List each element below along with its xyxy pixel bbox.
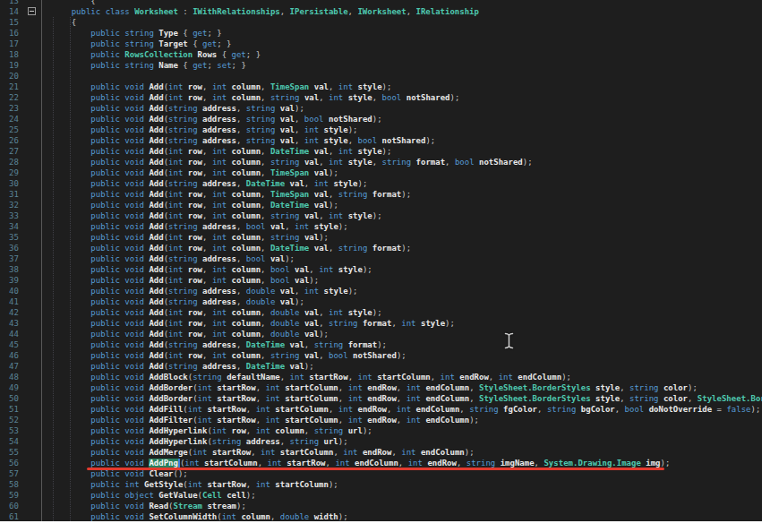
line-number: 48	[9, 372, 19, 382]
line-number: 33	[9, 210, 19, 221]
line-number: 50	[9, 393, 19, 404]
code-line[interactable]: 33 public void Add(int row, int column, …	[0, 210, 762, 221]
annotation-red-underline	[87, 468, 664, 470]
code-line[interactable]: 38 public void Add(int row, int column, …	[0, 264, 762, 275]
code-text: public void Add(int row, int column, Dat…	[52, 200, 338, 210]
code-line[interactable]: 14 public class Worksheet : IWithRelatio…	[0, 6, 762, 17]
code-line[interactable]: 15 {	[0, 17, 762, 28]
code-text: public void Add(string address, bool val…	[52, 253, 295, 264]
code-text: public void Add(int row, int column, dou…	[52, 318, 455, 329]
code-line[interactable]: 45 public void Add(string address, DateT…	[0, 339, 762, 350]
code-line[interactable]: 24 public void Add(string address, strin…	[0, 114, 762, 124]
line-number: 43	[9, 318, 19, 329]
line-number: 30	[9, 178, 19, 189]
code-text: public void Add(int row, int column, dou…	[52, 329, 329, 339]
code-line[interactable]: 40 public void Add(string address, doubl…	[0, 286, 762, 296]
code-line[interactable]: 31 public void Add(int row, int column, …	[0, 189, 762, 200]
code-text: {	[52, 0, 96, 6]
code-line[interactable]: 60 public void Read(Stream stream);	[0, 501, 762, 511]
line-number: 21	[9, 82, 19, 92]
code-line[interactable]: 35 public void Add(int row, int column, …	[0, 232, 762, 243]
code-line[interactable]: 36 public void Add(int row, int column, …	[0, 243, 762, 253]
code-line[interactable]: 25 public void Add(string address, strin…	[0, 124, 762, 135]
code-text: public void Add(string address, string v…	[52, 124, 357, 135]
code-line[interactable]: 21 public void Add(int row, int column, …	[0, 82, 762, 92]
code-text: public void Add(int row, int column, str…	[52, 232, 329, 243]
code-text: public void Add(int row, int column, Dat…	[52, 243, 411, 253]
code-text: public void Add(int row, int column, str…	[52, 350, 406, 361]
code-line[interactable]: 50 public void AddBorder(int startRow, i…	[0, 393, 762, 404]
code-text: public void Add(int row, int column, Dat…	[52, 146, 391, 157]
code-text: public void Add(int row, int column, boo…	[52, 275, 319, 286]
code-line[interactable]: 16 public string Type { get; }	[0, 28, 762, 39]
line-number: 56	[9, 458, 19, 468]
code-line[interactable]: 34 public void Add(string address, bool …	[0, 221, 762, 232]
code-line[interactable]: 61 public void SetColumnWidth(int column…	[0, 511, 762, 521]
line-number: 55	[9, 447, 19, 458]
line-number: 28	[9, 157, 19, 167]
code-line[interactable]: 44 public void Add(int row, int column, …	[0, 329, 762, 339]
line-number: 37	[9, 253, 19, 264]
code-line[interactable]: 43 public void Add(int row, int column, …	[0, 318, 762, 329]
code-line[interactable]: 48 public void AddBlock(string defaultNa…	[0, 372, 762, 382]
line-number: 23	[9, 103, 19, 114]
code-line[interactable]: 47 public void Add(string address, DateT…	[0, 361, 762, 372]
line-number: 59	[9, 490, 19, 501]
code-text: public void Add(int row, int column, dou…	[52, 307, 382, 318]
highlighted-symbol: AddPng	[149, 459, 178, 468]
line-number: 41	[9, 296, 19, 307]
line-number: 17	[9, 39, 19, 49]
line-number: 25	[9, 124, 19, 135]
code-editor[interactable]: 13 {14 public class Worksheet : IWithRel…	[0, 0, 762, 521]
code-text: public void AddMerge(int startRow, int s…	[52, 447, 475, 458]
line-number: 54	[9, 436, 19, 447]
code-line[interactable]: 28 public void Add(int row, int column, …	[0, 157, 762, 167]
line-number: 26	[9, 135, 19, 146]
code-text: public void Add(string address, string v…	[52, 135, 435, 146]
line-number: 46	[9, 350, 19, 361]
code-line[interactable]: 17 public string Target { get; }	[0, 39, 762, 49]
code-text: public int GetStyle(int startRow, int st…	[52, 479, 338, 490]
code-line[interactable]: 19 public string Name { get; set; }	[0, 60, 762, 71]
code-line[interactable]: 32 public void Add(int row, int column, …	[0, 200, 762, 210]
code-text: public void Add(int row, int column, str…	[52, 157, 533, 167]
line-number: 52	[9, 415, 19, 425]
code-text: public void Add(string address, string v…	[52, 103, 304, 114]
code-line[interactable]: 46 public void Add(int row, int column, …	[0, 350, 762, 361]
code-line[interactable]: 20	[0, 71, 762, 82]
code-line[interactable]: 23 public void Add(string address, strin…	[0, 103, 762, 114]
text-ibeam-cursor-icon	[504, 332, 514, 349]
code-text: public void Add(int row, int column, Tim…	[52, 167, 338, 178]
code-line[interactable]: 27 public void Add(int row, int column, …	[0, 146, 762, 157]
code-line[interactable]: 58 public int GetStyle(int startRow, int…	[0, 479, 762, 490]
code-line[interactable]: 30 public void Add(string address, DateT…	[0, 178, 762, 189]
line-number: 19	[9, 60, 19, 71]
code-line[interactable]: 42 public void Add(int row, int column, …	[0, 307, 762, 318]
code-line[interactable]: 39 public void Add(int row, int column, …	[0, 275, 762, 286]
line-number: 57	[9, 468, 19, 479]
code-line[interactable]: 54 public void AddHyperlink(string addre…	[0, 436, 762, 447]
code-line[interactable]: 37 public void Add(string address, bool …	[0, 253, 762, 264]
fold-collapse-icon[interactable]	[28, 7, 36, 15]
code-line[interactable]: 52 public void AddFilter(int startRow, i…	[0, 415, 762, 425]
code-text: public void AddBorder(int startRow, int …	[52, 393, 762, 404]
code-line[interactable]: 18 public RowsCollection Rows { get; }	[0, 49, 762, 60]
code-line[interactable]: 41 public void Add(string address, doubl…	[0, 296, 762, 307]
line-number: 35	[9, 232, 19, 243]
code-text: public void AddBorder(int startRow, int …	[52, 382, 697, 393]
code-line[interactable]: 29 public void Add(int row, int column, …	[0, 167, 762, 178]
code-line[interactable]: 49 public void AddBorder(int startRow, i…	[0, 382, 762, 393]
code-line[interactable]: 55 public void AddMerge(int startRow, in…	[0, 447, 762, 458]
code-line[interactable]: 22 public void Add(int row, int column, …	[0, 92, 762, 103]
page: 13 {14 public class Worksheet : IWithRel…	[0, 0, 770, 521]
code-line[interactable]: 59 public object GetValue(Cell cell);	[0, 490, 762, 501]
code-line[interactable]: 51 public void AddFill(int startRow, int…	[0, 404, 762, 415]
code-line[interactable]: 13 {	[0, 0, 762, 6]
code-line[interactable]: 26 public void Add(string address, strin…	[0, 135, 762, 146]
line-number: 18	[9, 49, 19, 60]
code-text: public void Add(string address, double v…	[52, 286, 357, 296]
line-number: 29	[9, 167, 19, 178]
code-line[interactable]: 53 public void AddHyperlink(int row, int…	[0, 425, 762, 436]
line-number: 53	[9, 425, 19, 436]
line-number: 61	[9, 511, 19, 521]
